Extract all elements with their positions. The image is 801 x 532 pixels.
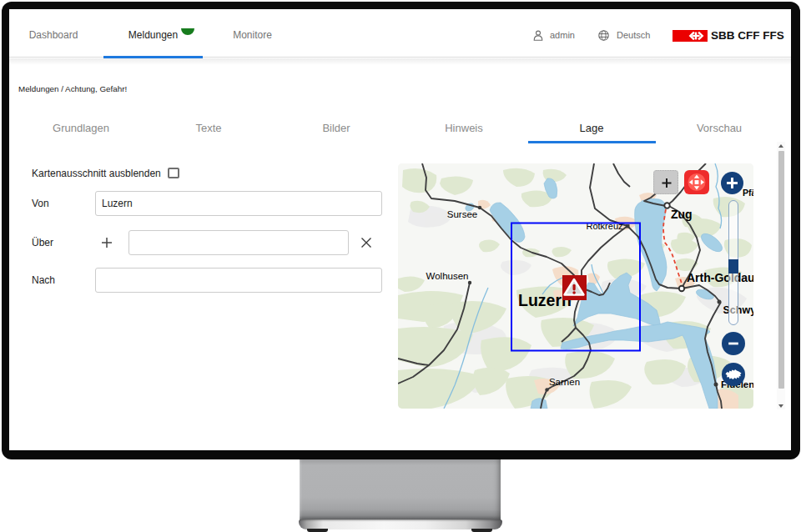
svg-text:Sursee: Sursee bbox=[447, 209, 477, 219]
svg-text:Sarnen: Sarnen bbox=[549, 377, 580, 387]
svg-text:Wolhusen: Wolhusen bbox=[426, 271, 469, 281]
svg-text:Pfäffikon: Pfäffikon bbox=[743, 188, 753, 198]
svg-text:Arth-Goldau: Arth-Goldau bbox=[687, 271, 753, 284]
svg-text:Zug: Zug bbox=[671, 208, 693, 221]
